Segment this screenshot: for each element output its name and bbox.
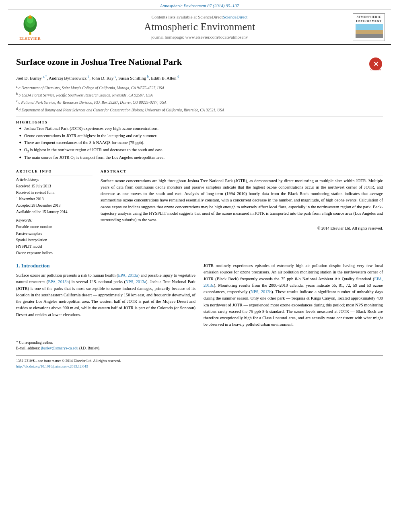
elsevier-logo: ELSEVIER [12, 14, 48, 41]
email-suffix: (J.D. Burley). [79, 346, 100, 350]
highlights-label: HIGHLIGHTS [16, 120, 383, 124]
date-revised-label: Received in revised form [16, 189, 93, 196]
footer-doi-link[interactable]: http://dx.doi.org/10.1016/j.atmosenv.201… [16, 364, 88, 368]
keyword-2: Passive samplers [16, 230, 93, 237]
highlight-item-3: There are frequent exceedances of the 8-… [19, 140, 383, 146]
article-history-dates: Received 15 July 2013 Received in revise… [16, 183, 93, 216]
journal-name: Atmospheric Environment [48, 21, 351, 33]
svg-text:CrossMark: CrossMark [370, 68, 381, 71]
intro-para-1: Surface ozone air pollution presents a r… [16, 272, 195, 318]
intro-left: 1. Introduction Surface ozone air pollut… [16, 263, 195, 331]
main-content: Surface ozone in Joshua Tree National Pa… [0, 45, 399, 378]
highlight-item-5: The main source for JOTR O3 is transport… [19, 155, 383, 161]
ref-epa-2013a[interactable]: EPA, 2013a [118, 273, 138, 277]
article-info: ARTICLE INFO Article history: Received 1… [16, 169, 93, 256]
article-history-label: Article history: [16, 178, 93, 182]
corresponding-author-note: * Corresponding author. [16, 341, 383, 345]
footer-section: 1352-2310/$ – see front matter © 2014 El… [16, 355, 383, 370]
atm-env-logo-box: ATMOSPHERICENVIRONMENT [353, 13, 385, 41]
intro-right: JOTR routinely experiences episodes of e… [204, 263, 383, 331]
article-title-row: Surface ozone in Joshua Tree National Pa… [16, 57, 383, 71]
page: Atmospheric Environment 87 (2014) 95–107… [0, 0, 399, 532]
affiliation-d: d d Department of Botany and Plant Scien… [16, 106, 383, 113]
date-revised: 1 November 2013 [16, 196, 93, 202]
affiliation-c: c c National Park Service, Air Resources… [16, 99, 383, 106]
journal-link-text: Atmospheric Environment 87 (2014) 95–107 [160, 3, 239, 8]
ref-nps-2013b[interactable]: NPS, 2013b [251, 290, 271, 294]
journal-homepage: journal homepage: www.elsevier.com/locat… [48, 35, 351, 39]
authors: Joel D. Burley a,*, Andrzej Bytnerowicz … [16, 74, 383, 82]
highlight-item-2: Ozone concentrations in JOTR are highest… [19, 133, 383, 139]
intro-para-2: JOTR routinely experiences episodes of e… [204, 263, 383, 328]
sciencedirect-text[interactable]: Contents lists available at ScienceDirec… [48, 14, 351, 19]
crossmark-icon: ✕ CrossMark [368, 57, 383, 71]
journal-header: ELSEVIER Contents lists available at Sci… [8, 10, 391, 45]
elsevier-tree-icon [18, 14, 42, 36]
highlight-item-4: O3 is highest in the northwest region of… [19, 147, 383, 154]
ref-epa-2013c[interactable]: EPA, 2013c [204, 277, 383, 288]
abstract-divider [101, 175, 383, 175]
highlights-list: Joshua Tree National Park (JOTR) experie… [19, 126, 383, 162]
affiliation-b: b b USDA Forest Service, Pacific Southwe… [16, 91, 383, 99]
abstract-copyright: © 2014 Elsevier Ltd. All rights reserved… [101, 226, 383, 230]
intro-heading: 1. Introduction [16, 263, 195, 269]
journal-link[interactable]: Atmospheric Environment 87 (2014) 95–107 [0, 0, 399, 10]
keyword-4: HYSPLIT model [16, 243, 93, 250]
email-label: E-mail address: [16, 346, 40, 350]
info-abstract-row: ARTICLE INFO Article history: Received 1… [16, 169, 383, 256]
abstract-section: ABSTRACT Surface ozone concentrations ar… [101, 169, 383, 256]
email-note: E-mail address: jburley@stmarys-ca.edu (… [16, 346, 383, 350]
date-online: Available online 15 January 2014 [16, 209, 93, 215]
svg-rect-5 [29, 15, 31, 17]
elsevier-label: ELSEVIER [19, 37, 41, 41]
keyword-3: Spatial interpolation [16, 237, 93, 243]
footnote-section: * Corresponding author. E-mail address: … [16, 338, 383, 350]
highlights-divider [16, 117, 383, 117]
atm-env-logo-image [356, 24, 383, 38]
highlights-section: HIGHLIGHTS Joshua Tree National Park (JO… [16, 120, 383, 162]
atm-env-logo: ATMOSPHERICENVIRONMENT [351, 13, 387, 41]
journal-center: Contents lists available at ScienceDirec… [48, 14, 351, 39]
article-info-label: ARTICLE INFO [16, 169, 93, 173]
keyword-5: Ozone exposure indices [16, 250, 93, 256]
keywords-list: Portable ozone monitor Passive samplers … [16, 224, 93, 256]
abstract-text: Surface ozone concentrations are high th… [101, 178, 383, 224]
affiliations: a a Department of Chemistry, Saint Mary'… [16, 84, 383, 113]
intro-two-col: 1. Introduction Surface ozone air pollut… [16, 263, 383, 331]
footer-issn: 1352-2310/$ – see front matter © 2014 El… [16, 358, 383, 364]
ref-nps-2013a[interactable]: NPS, 2013a [125, 279, 146, 284]
keyword-1: Portable ozone monitor [16, 224, 93, 230]
article-info-divider [16, 175, 93, 175]
date-accepted: Accepted 28 December 2013 [16, 202, 93, 209]
keywords-label: Keywords: [16, 218, 93, 222]
date-received: Received 15 July 2013 [16, 183, 93, 189]
footer-doi[interactable]: http://dx.doi.org/10.1016/j.atmosenv.201… [16, 364, 383, 369]
highlight-item-1: Joshua Tree National Park (JOTR) experie… [19, 126, 383, 132]
abstract-label: ABSTRACT [101, 169, 383, 173]
introduction-section: 1. Introduction Surface ozone air pollut… [16, 263, 383, 331]
info-abstract-divider [16, 165, 383, 165]
affiliation-a: a a Department of Chemistry, Saint Mary'… [16, 84, 383, 91]
atm-env-logo-title: ATMOSPHERICENVIRONMENT [356, 15, 382, 23]
svg-text:✕: ✕ [373, 61, 378, 68]
ref-epa-2013b[interactable]: EPA, 2013b [48, 279, 68, 284]
article-title-text: Surface ozone in Joshua Tree National Pa… [16, 57, 182, 67]
email-link[interactable]: jburley@stmarys-ca.edu [41, 346, 78, 350]
